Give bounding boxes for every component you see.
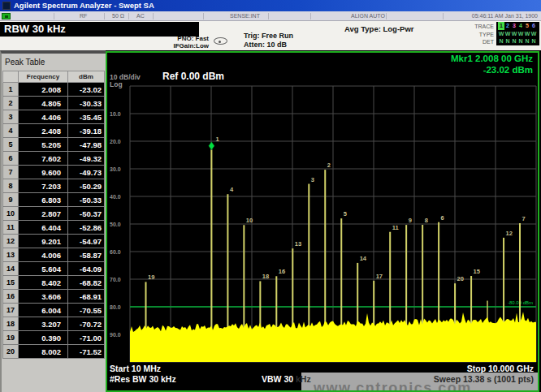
table-row[interactable]: 96.803-50.33 — [3, 193, 105, 207]
status-coupling: AC — [136, 11, 145, 20]
svg-text:10: 10 — [246, 217, 253, 224]
trace-types-6: W — [530, 30, 537, 38]
trace-types-row: WWWWWW — [498, 30, 539, 38]
row-index: 4 — [3, 124, 19, 138]
trace-numbers-1[interactable]: 1 — [498, 22, 504, 30]
table-row[interactable]: 158.402-68.82 — [3, 276, 105, 290]
svg-text:20: 20 — [457, 275, 464, 282]
svg-text:17: 17 — [376, 273, 383, 280]
stop-freq-label[interactable]: Stop 10.000 GHz — [467, 364, 534, 373]
trace-dets-5: N — [524, 37, 530, 45]
row-frequency: 4.006 — [19, 248, 68, 262]
row-dbm: -58.87 — [68, 248, 105, 262]
row-dbm: -23.02 — [68, 83, 105, 97]
svg-text:20.0: 20.0 — [110, 139, 121, 144]
col-dbm: dBm — [68, 71, 105, 83]
row-dbm: -70.55 — [68, 304, 105, 317]
trace-numbers-5[interactable]: 5 — [524, 22, 530, 30]
row-dbm: -52.86 — [68, 221, 105, 235]
row-frequency: 3.606 — [19, 290, 68, 304]
svg-text:5: 5 — [344, 210, 347, 218]
trace-numbers-2[interactable]: 2 — [504, 22, 511, 30]
svg-text:80.0: 80.0 — [110, 304, 121, 310]
table-row[interactable]: 116.404-52.86 — [3, 221, 105, 235]
svg-text:12: 12 — [506, 230, 513, 237]
svg-text:14: 14 — [360, 255, 367, 262]
svg-text:70.0: 70.0 — [110, 277, 121, 282]
table-row[interactable]: 163.606-68.91 — [3, 290, 105, 304]
type-label: TYPE — [460, 31, 494, 39]
table-row[interactable]: 55.205-47.98 — [3, 138, 105, 152]
row-dbm: -68.82 — [68, 276, 105, 290]
row-frequency: 2.807 — [19, 207, 68, 221]
row-frequency: 5.205 — [19, 138, 68, 152]
avg-type-readout[interactable]: Avg Type: Log-Pwr — [344, 24, 414, 33]
trace-types-4: W — [517, 30, 524, 38]
table-row[interactable]: 145.604-64.09 — [3, 262, 105, 276]
row-dbm: -68.91 — [68, 290, 105, 304]
window-title: Agilent Spectrum Analyzer - Swept SA — [14, 0, 154, 11]
table-row[interactable]: 129.201-54.97 — [3, 235, 105, 248]
table-row[interactable]: 190.390-71.00 — [3, 331, 105, 345]
svg-text:60.0: 60.0 — [110, 249, 121, 255]
status-strip: RF 50 Ω AC SENSE:INT ALIGN AUTO 05:46:11… — [0, 11, 541, 21]
row-dbm: -50.33 — [68, 193, 105, 207]
vbw-label[interactable]: VBW 30 kHz — [262, 374, 311, 384]
trace-block-labels: TRACE TYPE DET — [460, 23, 494, 46]
spectrum-analyzer-window: Agilent Spectrum Analyzer - Swept SA RF … — [0, 0, 541, 392]
table-row[interactable]: 134.006-58.87 — [3, 248, 105, 262]
run-state-icon — [2, 13, 11, 19]
row-frequency: 8.402 — [19, 276, 68, 290]
row-frequency: 3.207 — [19, 317, 68, 331]
trace-types-3: W — [511, 30, 517, 38]
row-frequency: 6.004 — [19, 304, 68, 317]
table-row[interactable]: 34.406-35.45 — [3, 110, 105, 124]
row-frequency: 5.604 — [19, 262, 68, 276]
trace-numbers-4[interactable]: 4 — [517, 22, 524, 30]
status-datetime: 05:46:11 AM Jan 31, 1900 — [472, 11, 538, 20]
table-row[interactable]: 12.008-23.02 — [3, 83, 105, 97]
row-index: 14 — [3, 262, 19, 276]
det-label: DET — [460, 38, 494, 46]
table-row[interactable]: 183.207-70.72 — [3, 317, 105, 331]
window-titlebar: Agilent Spectrum Analyzer - Swept SA — [0, 0, 541, 11]
start-freq-label[interactable]: Start 10 MHz — [110, 364, 161, 373]
svg-text:19: 19 — [148, 274, 154, 281]
table-row[interactable]: 102.807-50.37 — [3, 207, 105, 221]
table-row[interactable]: 176.004-70.55 — [3, 304, 105, 317]
trace-numbers-3[interactable]: 3 — [511, 22, 517, 30]
trigger-readout: Trig: Free Run Atten: 10 dB — [244, 32, 293, 49]
settings-band: RBW 30 kHz PNO: Fast IFGain:Low Trig: Fr… — [0, 21, 541, 50]
row-frequency: 9.201 — [19, 235, 68, 248]
svg-text:7: 7 — [522, 215, 526, 222]
table-row[interactable]: 208.002-71.52 — [3, 345, 105, 359]
atten-label: Atten: 10 dB — [244, 41, 293, 50]
row-frequency: 4.406 — [19, 110, 68, 124]
table-row[interactable]: 24.805-30.33 — [3, 97, 105, 110]
row-index: 18 — [3, 317, 19, 331]
row-index: 11 — [3, 221, 19, 235]
status-impedance: 50 Ω — [112, 11, 124, 20]
row-index: 15 — [3, 276, 19, 290]
svg-text:30.0: 30.0 — [110, 166, 121, 172]
table-row[interactable]: 79.600-49.73 — [3, 166, 105, 179]
row-index: 16 — [3, 290, 19, 304]
status-align: ALIGN AUTO — [351, 11, 385, 20]
row-dbm: -54.97 — [68, 235, 105, 248]
trace-numbers-row[interactable]: 123456 — [498, 22, 539, 30]
table-row[interactable]: 67.602-49.32 — [3, 152, 105, 166]
table-row[interactable]: 42.408-39.18 — [3, 124, 105, 138]
row-frequency: 2.008 — [19, 83, 68, 97]
row-index: 19 — [3, 331, 19, 345]
res-bw-label[interactable]: #Res BW 30 kHz — [110, 374, 176, 384]
row-dbm: -50.29 — [68, 179, 105, 193]
row-index: 20 — [3, 345, 19, 359]
row-frequency: 4.805 — [19, 97, 68, 110]
row-index: 13 — [3, 248, 19, 262]
trace-numbers-6[interactable]: 6 — [530, 22, 537, 30]
row-frequency: 7.602 — [19, 152, 68, 166]
peak-table-panel: Peak Table Frequency dBm 12.008-23.0224.… — [0, 50, 106, 392]
svg-text:6: 6 — [441, 214, 444, 222]
table-row[interactable]: 87.203-50.29 — [3, 179, 105, 193]
row-frequency: 9.600 — [19, 166, 68, 179]
